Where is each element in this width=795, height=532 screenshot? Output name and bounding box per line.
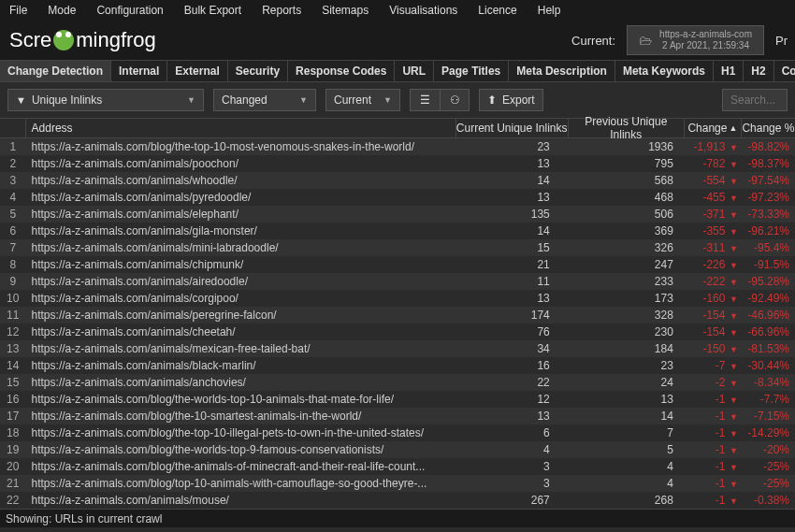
export-button[interactable]: ⬆ Export	[479, 89, 543, 111]
search-input[interactable]	[722, 89, 788, 111]
cell-previous: 328	[569, 309, 685, 322]
down-arrow-icon: ▼	[727, 345, 737, 354]
table-row[interactable]: 2https://a-z-animals.com/animals/poochon…	[0, 155, 795, 172]
table-row[interactable]: 5https://a-z-animals.com/animals/elephan…	[0, 206, 795, 223]
tab-meta-keywords[interactable]: Meta Keywords	[615, 61, 714, 81]
tab-meta-description[interactable]: Meta Description	[509, 61, 615, 81]
tab-bar: Change DetectionInternalExternalSecurity…	[0, 60, 795, 82]
row-number: 1	[0, 140, 26, 153]
cell-change-pct: -25%	[742, 477, 795, 490]
col-rownum[interactable]	[0, 119, 26, 137]
cell-current: 6	[456, 426, 569, 439]
cell-address: https://a-z-animals.com/animals/cheetah/	[26, 325, 456, 338]
cell-change-pct: -97.23%	[742, 191, 795, 204]
cell-change-pct: -91.5%	[742, 258, 795, 271]
tab-internal[interactable]: Internal	[111, 61, 167, 81]
table-row[interactable]: 20https://a-z-animals.com/blog/the-anima…	[0, 458, 795, 475]
menu-mode[interactable]: Mode	[48, 4, 76, 17]
cell-current: 16	[456, 359, 569, 372]
tab-h1[interactable]: H1	[714, 61, 744, 81]
col-change-pct[interactable]: Change %	[742, 119, 795, 137]
filter-dropdown[interactable]: ▼ Unique Inlinks ▼	[7, 89, 204, 111]
cell-previous: 468	[569, 191, 685, 204]
cell-previous: 5	[569, 443, 685, 456]
changed-dropdown[interactable]: Changed ▼	[213, 89, 316, 111]
row-number: 16	[0, 393, 26, 406]
tab-url[interactable]: URL	[395, 61, 434, 81]
cell-change-pct: -20%	[742, 443, 795, 456]
table-row[interactable]: 11https://a-z-animals.com/animals/peregr…	[0, 307, 795, 324]
table-row[interactable]: 19https://a-z-animals.com/blog/the-world…	[0, 441, 795, 458]
table-row[interactable]: 3https://a-z-animals.com/animals/whoodle…	[0, 172, 795, 189]
down-arrow-icon: ▼	[727, 362, 737, 371]
down-arrow-icon: ▼	[727, 210, 737, 220]
logo-text-pre: Scre	[9, 28, 51, 52]
table-row[interactable]: 14https://a-z-animals.com/animals/black-…	[0, 357, 795, 374]
cell-previous: 24	[569, 376, 685, 389]
down-arrow-icon: ▼	[727, 160, 737, 169]
col-previous-inlinks[interactable]: Previous Unique Inlinks	[569, 119, 685, 137]
table-row[interactable]: 22https://a-z-animals.com/animals/mouse/…	[0, 492, 795, 509]
table-row[interactable]: 10https://a-z-animals.com/animals/corgip…	[0, 290, 795, 307]
tab-h2[interactable]: H2	[744, 61, 773, 81]
table-row[interactable]: 15https://a-z-animals.com/animals/anchov…	[0, 374, 795, 391]
table-row[interactable]: 21https://a-z-animals.com/blog/top-10-an…	[0, 475, 795, 492]
menu-help[interactable]: Help	[538, 4, 561, 17]
col-address[interactable]: Address	[26, 119, 456, 137]
menu-bulk-export[interactable]: Bulk Export	[184, 4, 241, 17]
tab-content[interactable]: Content	[774, 61, 795, 81]
down-arrow-icon: ▼	[727, 395, 737, 405]
down-arrow-icon: ▼	[727, 496, 737, 506]
row-number: 13	[0, 342, 26, 355]
current-label: Current:	[571, 34, 615, 48]
cell-change: -355 ▼	[685, 224, 742, 237]
menu-file[interactable]: File	[9, 4, 27, 17]
tab-response-codes[interactable]: Response Codes	[288, 61, 395, 81]
current-dropdown[interactable]: Current ▼	[325, 89, 400, 111]
table-row[interactable]: 16https://a-z-animals.com/blog/the-world…	[0, 391, 795, 408]
header-right: Current: 🗁 https-a-z-animals-com 2 Apr 2…	[571, 25, 788, 55]
menu-configuration[interactable]: Configuration	[96, 4, 163, 17]
table-row[interactable]: 18https://a-z-animals.com/blog/the-top-1…	[0, 424, 795, 441]
sort-asc-icon: ▲	[729, 123, 737, 133]
col-change[interactable]: Change ▲	[685, 119, 742, 137]
cell-change-pct: -46.96%	[742, 309, 795, 322]
table-row[interactable]: 6https://a-z-animals.com/animals/gila-mo…	[0, 223, 795, 239]
cell-change: -1 ▼	[685, 477, 742, 490]
down-arrow-icon: ▼	[727, 295, 737, 304]
current-label: Current	[334, 93, 371, 107]
menu-licence[interactable]: Licence	[478, 4, 516, 17]
table-row[interactable]: 9https://a-z-animals.com/animals/airedoo…	[0, 273, 795, 290]
cell-address: https://a-z-animals.com/animals/whoodle/	[26, 174, 456, 187]
row-number: 17	[0, 410, 26, 423]
col-current-inlinks[interactable]: Current Unique Inlinks	[456, 119, 569, 137]
tab-page-titles[interactable]: Page Titles	[434, 61, 509, 81]
table-row[interactable]: 1https://a-z-animals.com/blog/the-top-10…	[0, 138, 795, 155]
down-arrow-icon: ▼	[727, 480, 737, 489]
table-row[interactable]: 7https://a-z-animals.com/animals/mini-la…	[0, 239, 795, 256]
cell-previous: 795	[569, 157, 685, 170]
menu-sitemaps[interactable]: Sitemaps	[322, 4, 369, 17]
row-number: 14	[0, 359, 26, 372]
row-number: 6	[0, 224, 26, 237]
list-view-button[interactable]: ☰	[410, 89, 440, 111]
tree-view-button[interactable]: ⚇	[440, 89, 470, 111]
table-row[interactable]: 13https://a-z-animals.com/animals/mexica…	[0, 340, 795, 357]
menu-reports[interactable]: Reports	[262, 4, 301, 17]
cell-change: -150 ▼	[685, 342, 742, 355]
cell-address: https://a-z-animals.com/animals/mini-lab…	[26, 241, 456, 254]
tab-security[interactable]: Security	[228, 61, 288, 81]
row-number: 15	[0, 376, 26, 389]
menu-visualisations[interactable]: Visualisations	[389, 4, 457, 17]
table-body: 1https://a-z-animals.com/blog/the-top-10…	[0, 138, 795, 509]
cell-change: -7 ▼	[685, 359, 742, 372]
table-row[interactable]: 4https://a-z-animals.com/animals/pyredoo…	[0, 189, 795, 206]
tab-change-detection[interactable]: Change Detection	[0, 61, 111, 81]
tab-external[interactable]: External	[167, 61, 227, 81]
table-row[interactable]: 8https://a-z-animals.com/animals/chipmun…	[0, 256, 795, 273]
crawl-selector[interactable]: 🗁 https-a-z-animals-com 2 Apr 2021, 21:5…	[627, 25, 764, 55]
cell-previous: 230	[569, 325, 685, 338]
cell-previous: 568	[569, 174, 685, 187]
table-row[interactable]: 12https://a-z-animals.com/animals/cheeta…	[0, 324, 795, 340]
table-row[interactable]: 17https://a-z-animals.com/blog/the-10-sm…	[0, 408, 795, 424]
